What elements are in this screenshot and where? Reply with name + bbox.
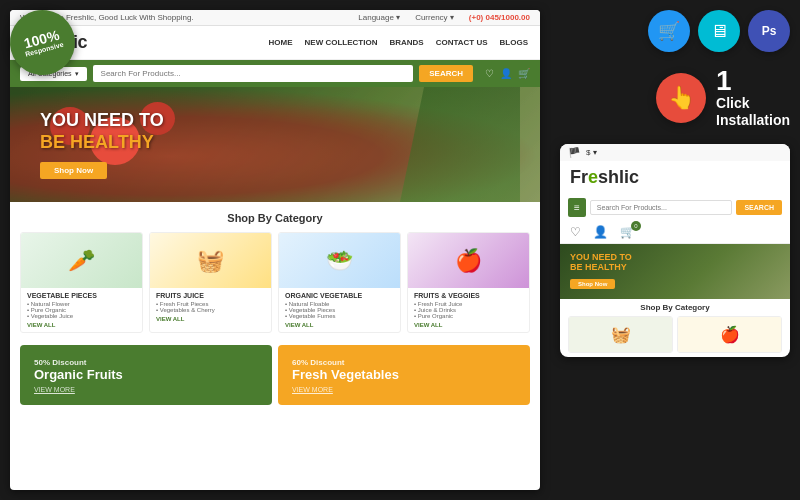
category-card-vegetables[interactable]: 🥕 VEGETABLE PIECES • Natural Flower• Pur… <box>20 232 143 333</box>
mobile-logo: Freshlic <box>570 167 780 188</box>
click-number: 1 <box>716 67 790 95</box>
mobile-cart-icon[interactable]: 🛒 0 <box>620 225 635 239</box>
cat-items-fruits: • Fresh Fruit Pieces• Vegetables & Cherr… <box>156 301 265 313</box>
cart-badge: 0 <box>631 221 641 231</box>
nav-links: HOME NEW COLLECTION BRANDS CONTACT US BL… <box>269 38 528 47</box>
nav-home[interactable]: HOME <box>269 38 293 47</box>
monitor-device-icon: 🖥 <box>698 10 740 52</box>
promo-card-vegetables[interactable]: 60% Discount Fresh Vegetables VIEW MORE <box>278 345 530 405</box>
account-icon[interactable]: 👤 <box>500 68 512 79</box>
mobile-cat-img-2: 🍎 <box>678 317 781 352</box>
promo-view-more-organic[interactable]: VIEW MORE <box>34 386 258 393</box>
mobile-cat-img-1: 🧺 <box>569 317 672 352</box>
click-text: 1 Click Installation <box>716 67 790 129</box>
mobile-hero-line1: YOU NEED TO <box>570 252 632 262</box>
mobile-wishlist-icon[interactable]: ♡ <box>570 225 581 239</box>
view-all-fruitsveggies[interactable]: VIEW ALL <box>414 322 523 328</box>
hero-banner: YOU NEED TO BE HEALTHY Shop Now <box>10 87 540 202</box>
cat-name-organic: ORGANIC VEGETABLE <box>285 292 394 299</box>
mobile-cat-item-1[interactable]: 🧺 <box>568 316 673 353</box>
mobile-account-icon[interactable]: 👤 <box>593 225 608 239</box>
nav-contact[interactable]: CONTACT US <box>436 38 488 47</box>
cat-img-fruits: 🧺 <box>150 233 271 288</box>
hero-text: YOU NEED TO BE HEALTHY Shop Now <box>40 110 164 178</box>
mobile-shop-category: Shop By Category 🧺 🍎 <box>560 299 790 357</box>
hero-line1: YOU NEED TO <box>40 110 164 130</box>
main-preview: Welcome To Freshlic, Good Luck With Shop… <box>10 10 540 490</box>
view-all-fruits[interactable]: VIEW ALL <box>156 316 265 322</box>
mobile-search-button[interactable]: SEARCH <box>736 200 782 215</box>
mobile-preview: 🏴 $ ▾ Freshlic ≡ SEARCH ♡ 👤 🛒 0 YOU NEED… <box>560 144 790 357</box>
category-card-fruitsveggies[interactable]: 🍎 FRUITS & VEGGIES • Fresh Fruit Juice• … <box>407 232 530 333</box>
promo-card-organic[interactable]: 50% Discount Organic Fruits VIEW MORE <box>20 345 272 405</box>
search-input[interactable] <box>93 65 414 82</box>
cat-info-fruitsveggies: FRUITS & VEGGIES • Fresh Fruit Juice• Ju… <box>408 288 529 332</box>
click-icon: 👆 <box>656 73 706 123</box>
mobile-search-row: ≡ SEARCH <box>560 194 790 221</box>
cat-info-vegetables: VEGETABLE PIECES • Natural Flower• Pure … <box>21 288 142 332</box>
promo-discount-vegetables: 60% Discount <box>292 358 516 367</box>
cat-info-fruits: FRUITS JUICE • Fresh Fruit Pieces• Veget… <box>150 288 271 326</box>
mobile-search-input[interactable] <box>590 200 733 215</box>
shop-category-title: Shop By Category <box>20 212 530 224</box>
hero-line2: BE HEALTHY <box>40 132 154 152</box>
cat-info-organic: ORGANIC VEGETABLE • Natural Floable• Veg… <box>279 288 400 332</box>
currency-label[interactable]: Currency ▾ <box>415 13 454 22</box>
phone-number: (+0) 045/1000.00 <box>469 13 530 22</box>
mobile-cat-item-2[interactable]: 🍎 <box>677 316 782 353</box>
promo-name-vegetables: Fresh Vegetables <box>292 367 516 382</box>
cat-img-vegetables: 🥕 <box>21 233 142 288</box>
ps-label: Ps <box>762 24 777 38</box>
mobile-shop-now-button[interactable]: Shop Now <box>570 279 615 289</box>
category-card-fruits[interactable]: 🧺 FRUITS JUICE • Fresh Fruit Pieces• Veg… <box>149 232 272 333</box>
category-card-organic[interactable]: 🥗 ORGANIC VEGETABLE • Natural Floable• V… <box>278 232 401 333</box>
cat-img-organic: 🥗 <box>279 233 400 288</box>
search-bar: All Categories ▾ SEARCH ♡ 👤 🛒 <box>10 60 540 87</box>
promo-name-organic: Organic Fruits <box>34 367 258 382</box>
promo-discount-organic: 50% Discount <box>34 358 258 367</box>
cat-name-fruitsveggies: FRUITS & VEGGIES <box>414 292 523 299</box>
mobile-icons-row: ♡ 👤 🛒 0 <box>560 221 790 244</box>
device-icons: 🛒 🖥 Ps <box>560 10 790 52</box>
mobile-hero: YOU NEED TO BE HEALTHY Shop Now <box>560 244 790 299</box>
promo-banners: 50% Discount Organic Fruits VIEW MORE 60… <box>10 339 540 411</box>
top-bar: Welcome To Freshlic, Good Luck With Shop… <box>10 10 540 26</box>
right-panel: 🛒 🖥 Ps 👆 1 Click Installation 🏴 $ ▾ Fres… <box>560 10 790 357</box>
click-label-line1: Click <box>716 95 790 112</box>
search-action-icons: ♡ 👤 🛒 <box>485 68 530 79</box>
mobile-shop-category-title: Shop By Category <box>568 303 782 312</box>
mobile-hero-line2: BE HEALTHY <box>570 262 627 272</box>
dollar-dropdown[interactable]: $ ▾ <box>586 148 597 157</box>
cat-items-organic: • Natural Floable• Vegetable Pieces• Veg… <box>285 301 394 319</box>
cat-name-vegetables: VEGETABLE PIECES <box>27 292 136 299</box>
mobile-menu-button[interactable]: ≡ <box>568 198 586 217</box>
wishlist-icon[interactable]: ♡ <box>485 68 494 79</box>
nav-blogs[interactable]: BLOGS <box>500 38 528 47</box>
view-all-vegetables[interactable]: VIEW ALL <box>27 322 136 328</box>
cat-items-vegetables: • Natural Flower• Pure Organic• Vegetabl… <box>27 301 136 319</box>
flag-icon: 🏴 <box>568 147 580 158</box>
cat-name-fruits: FRUITS JUICE <box>156 292 265 299</box>
mobile-logo-bar: Freshlic <box>560 161 790 194</box>
search-button[interactable]: SEARCH <box>419 65 473 82</box>
hero-title: YOU NEED TO BE HEALTHY <box>40 110 164 153</box>
ps-device-icon: Ps <box>748 10 790 52</box>
promo-view-more-vegetables[interactable]: VIEW MORE <box>292 386 516 393</box>
nav-bar: Freshlic HOME NEW COLLECTION BRANDS CONT… <box>10 26 540 60</box>
view-all-organic[interactable]: VIEW ALL <box>285 322 394 328</box>
nav-brands[interactable]: BRANDS <box>389 38 423 47</box>
shop-category-section: Shop By Category 🥕 VEGETABLE PIECES • Na… <box>10 202 540 339</box>
mobile-top-bar: 🏴 $ ▾ <box>560 144 790 161</box>
mobile-hero-text: YOU NEED TO BE HEALTHY <box>570 252 632 272</box>
shop-now-button[interactable]: Shop Now <box>40 162 107 179</box>
click-label-line2: Installation <box>716 112 790 129</box>
chevron-down-icon: ▾ <box>75 70 79 78</box>
one-click-section: 👆 1 Click Installation <box>560 67 790 129</box>
language-label[interactable]: Language ▾ <box>358 13 400 22</box>
cat-items-fruitsveggies: • Fresh Fruit Juice• Juice & Drinks• Pur… <box>414 301 523 319</box>
mobile-cat-row: 🧺 🍎 <box>568 316 782 353</box>
nav-new-collection[interactable]: NEW COLLECTION <box>305 38 378 47</box>
cart-icon[interactable]: 🛒 <box>518 68 530 79</box>
cart-device-icon: 🛒 <box>648 10 690 52</box>
category-grid: 🥕 VEGETABLE PIECES • Natural Flower• Pur… <box>20 232 530 333</box>
